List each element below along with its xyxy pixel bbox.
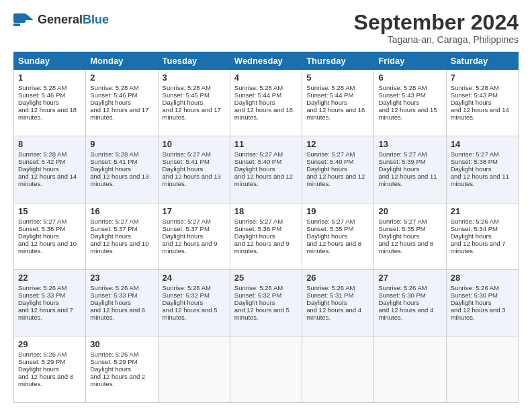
table-row: 22 Sunrise: 5:26 AMSunset: 5:33 PMDaylig… bbox=[14, 269, 86, 336]
col-tuesday: Tuesday bbox=[158, 52, 230, 70]
sunrise: Sunrise: 5:28 AMSunset: 5:46 PMDaylight … bbox=[18, 84, 77, 121]
day-number: 7 bbox=[451, 73, 514, 83]
day-number: 21 bbox=[451, 206, 514, 216]
day-number: 3 bbox=[163, 73, 226, 83]
table-row: 15 Sunrise: 5:27 AMSunset: 5:38 PMDaylig… bbox=[14, 203, 86, 269]
sunrise: Sunrise: 5:28 AMSunset: 5:45 PMDaylight … bbox=[163, 84, 221, 121]
table-row: 29 Sunrise: 5:26 AMSunset: 5:29 PMDaylig… bbox=[14, 336, 86, 402]
empty-cell bbox=[446, 336, 518, 402]
day-number: 16 bbox=[90, 206, 153, 216]
day-number: 9 bbox=[90, 139, 153, 149]
month-title: September 2024 bbox=[354, 11, 519, 34]
table-row: 9 Sunrise: 5:28 AMSunset: 5:41 PMDayligh… bbox=[86, 136, 158, 203]
day-number: 8 bbox=[18, 139, 81, 149]
week-row: 1 Sunrise: 5:28 AMSunset: 5:46 PMDayligh… bbox=[14, 70, 519, 136]
sunrise: Sunrise: 5:28 AMSunset: 5:44 PMDaylight … bbox=[306, 84, 365, 121]
calendar-page: GeneralBlue September 2024 Tagana-an, Ca… bbox=[0, 0, 532, 411]
sunrise: Sunrise: 5:28 AMSunset: 5:41 PMDaylight … bbox=[90, 150, 148, 187]
day-number: 13 bbox=[378, 139, 441, 149]
table-row: 16 Sunrise: 5:27 AMSunset: 5:37 PMDaylig… bbox=[86, 203, 158, 269]
day-number: 25 bbox=[234, 273, 298, 283]
sunrise: Sunrise: 5:26 AMSunset: 5:33 PMDaylight … bbox=[90, 284, 145, 321]
table-row: 19 Sunrise: 5:27 AMSunset: 5:35 PMDaylig… bbox=[302, 203, 374, 269]
week-row: 29 Sunrise: 5:26 AMSunset: 5:29 PMDaylig… bbox=[14, 336, 519, 402]
sunrise: Sunrise: 5:27 AMSunset: 5:39 PMDaylight … bbox=[378, 150, 437, 187]
table-row: 4 Sunrise: 5:28 AMSunset: 5:44 PMDayligh… bbox=[230, 70, 302, 136]
day-number: 30 bbox=[90, 339, 153, 349]
sunrise: Sunrise: 5:28 AMSunset: 5:44 PMDaylight … bbox=[234, 84, 293, 121]
day-number: 28 bbox=[451, 273, 514, 283]
table-row: 2 Sunrise: 5:28 AMSunset: 5:46 PMDayligh… bbox=[86, 70, 158, 136]
day-number: 27 bbox=[378, 273, 441, 283]
col-friday: Friday bbox=[374, 52, 446, 70]
sunrise: Sunrise: 5:27 AMSunset: 5:40 PMDaylight … bbox=[306, 150, 365, 187]
header-row: Sunday Monday Tuesday Wednesday Thursday… bbox=[14, 52, 519, 70]
table-row: 6 Sunrise: 5:28 AMSunset: 5:43 PMDayligh… bbox=[374, 70, 446, 136]
col-wednesday: Wednesday bbox=[230, 52, 302, 70]
sunrise: Sunrise: 5:26 AMSunset: 5:32 PMDaylight … bbox=[234, 284, 290, 321]
empty-cell bbox=[230, 336, 302, 402]
empty-cell bbox=[302, 336, 374, 402]
sunrise: Sunrise: 5:28 AMSunset: 5:43 PMDaylight … bbox=[451, 84, 509, 121]
week-row: 22 Sunrise: 5:26 AMSunset: 5:33 PMDaylig… bbox=[14, 269, 519, 336]
sunrise: Sunrise: 5:27 AMSunset: 5:41 PMDaylight … bbox=[163, 150, 221, 187]
sunrise: Sunrise: 5:26 AMSunset: 5:29 PMDaylight … bbox=[90, 351, 145, 387]
day-number: 20 bbox=[378, 206, 441, 216]
table-row: 18 Sunrise: 5:27 AMSunset: 5:36 PMDaylig… bbox=[230, 203, 302, 269]
table-row: 14 Sunrise: 5:27 AMSunset: 5:38 PMDaylig… bbox=[446, 136, 518, 203]
week-row: 15 Sunrise: 5:27 AMSunset: 5:38 PMDaylig… bbox=[14, 203, 519, 269]
table-row: 12 Sunrise: 5:27 AMSunset: 5:40 PMDaylig… bbox=[302, 136, 374, 203]
logo: GeneralBlue bbox=[13, 11, 109, 30]
table-row: 3 Sunrise: 5:28 AMSunset: 5:45 PMDayligh… bbox=[158, 70, 230, 136]
table-row: 17 Sunrise: 5:27 AMSunset: 5:37 PMDaylig… bbox=[158, 203, 230, 269]
table-row: 20 Sunrise: 5:27 AMSunset: 5:35 PMDaylig… bbox=[374, 203, 446, 269]
table-row: 26 Sunrise: 5:26 AMSunset: 5:31 PMDaylig… bbox=[302, 269, 374, 336]
col-sunday: Sunday bbox=[14, 52, 86, 70]
day-number: 17 bbox=[163, 206, 226, 216]
table-row: 23 Sunrise: 5:26 AMSunset: 5:33 PMDaylig… bbox=[86, 269, 158, 336]
calendar-table: Sunday Monday Tuesday Wednesday Thursday… bbox=[13, 52, 519, 403]
day-number: 12 bbox=[306, 139, 369, 149]
table-row: 24 Sunrise: 5:26 AMSunset: 5:32 PMDaylig… bbox=[158, 269, 230, 336]
sunrise: Sunrise: 5:27 AMSunset: 5:35 PMDaylight … bbox=[378, 218, 433, 255]
sunrise: Sunrise: 5:26 AMSunset: 5:32 PMDaylight … bbox=[163, 284, 218, 321]
day-number: 10 bbox=[163, 139, 226, 149]
table-row: 21 Sunrise: 5:26 AMSunset: 5:34 PMDaylig… bbox=[446, 203, 518, 269]
sunrise: Sunrise: 5:26 AMSunset: 5:31 PMDaylight … bbox=[306, 284, 361, 321]
table-row: 27 Sunrise: 5:26 AMSunset: 5:30 PMDaylig… bbox=[374, 269, 446, 336]
day-number: 19 bbox=[306, 206, 369, 216]
sunrise: Sunrise: 5:28 AMSunset: 5:42 PMDaylight … bbox=[18, 150, 77, 187]
sunrise: Sunrise: 5:26 AMSunset: 5:33 PMDaylight … bbox=[18, 284, 73, 321]
day-number: 2 bbox=[90, 73, 153, 83]
sunrise: Sunrise: 5:26 AMSunset: 5:30 PMDaylight … bbox=[451, 284, 506, 321]
logo-blue: Blue bbox=[83, 13, 109, 26]
table-row: 7 Sunrise: 5:28 AMSunset: 5:43 PMDayligh… bbox=[446, 70, 518, 136]
sunrise: Sunrise: 5:27 AMSunset: 5:35 PMDaylight … bbox=[306, 218, 361, 255]
day-number: 18 bbox=[234, 206, 298, 216]
header: GeneralBlue September 2024 Tagana-an, Ca… bbox=[13, 11, 519, 45]
col-thursday: Thursday bbox=[302, 52, 374, 70]
day-number: 14 bbox=[451, 139, 514, 149]
svg-marker-1 bbox=[26, 13, 34, 20]
sunrise: Sunrise: 5:27 AMSunset: 5:38 PMDaylight … bbox=[18, 218, 77, 255]
day-number: 11 bbox=[234, 139, 298, 149]
table-row: 1 Sunrise: 5:28 AMSunset: 5:46 PMDayligh… bbox=[14, 70, 86, 136]
sunrise: Sunrise: 5:27 AMSunset: 5:40 PMDaylight … bbox=[234, 150, 293, 187]
table-row: 11 Sunrise: 5:27 AMSunset: 5:40 PMDaylig… bbox=[230, 136, 302, 203]
day-number: 23 bbox=[90, 273, 153, 283]
day-number: 4 bbox=[234, 73, 298, 83]
svg-rect-2 bbox=[13, 24, 20, 26]
day-number: 15 bbox=[18, 206, 81, 216]
day-number: 6 bbox=[378, 73, 441, 83]
svg-rect-0 bbox=[13, 13, 26, 23]
day-number: 5 bbox=[306, 73, 369, 83]
sunrise: Sunrise: 5:27 AMSunset: 5:38 PMDaylight … bbox=[451, 150, 509, 187]
day-number: 22 bbox=[18, 273, 81, 283]
day-number: 26 bbox=[306, 273, 369, 283]
logo-icon bbox=[13, 11, 35, 30]
title-area: September 2024 Tagana-an, Caraga, Philip… bbox=[354, 11, 519, 45]
day-number: 29 bbox=[18, 339, 81, 349]
empty-cell bbox=[374, 336, 446, 402]
sunrise: Sunrise: 5:28 AMSunset: 5:43 PMDaylight … bbox=[378, 84, 437, 121]
sunrise: Sunrise: 5:26 AMSunset: 5:30 PMDaylight … bbox=[378, 284, 433, 321]
